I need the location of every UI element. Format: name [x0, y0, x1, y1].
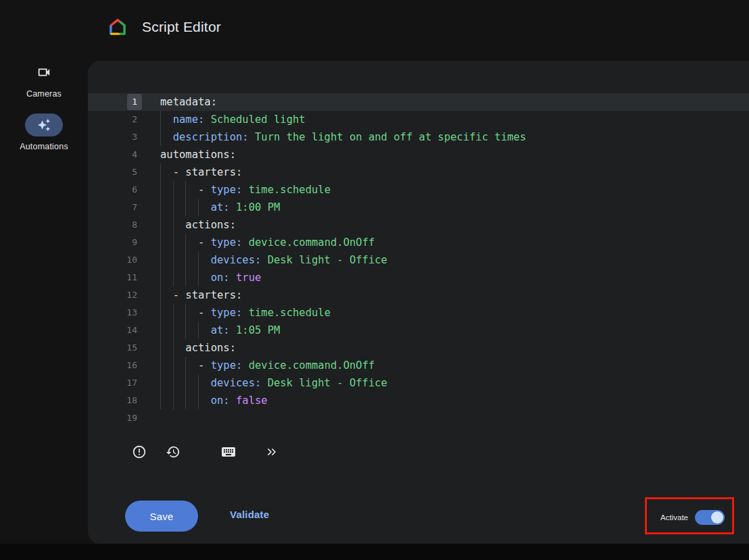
- code-line-text: metadata:: [142, 93, 217, 111]
- code-line-text: [142, 409, 160, 427]
- validate-button[interactable]: Validate: [230, 509, 269, 520]
- code-line[interactable]: 9- type: device.command.OnOff: [88, 234, 749, 251]
- line-number: 2: [88, 111, 142, 128]
- toggle-thumb: [711, 511, 723, 524]
- code-line[interactable]: 10devices: Desk light - Office: [88, 251, 749, 269]
- code-line[interactable]: 12- starters:: [88, 286, 749, 304]
- line-number: 7: [88, 199, 142, 216]
- app-root: Script Editor Cameras Automations 1metad…: [0, 0, 749, 560]
- sidebar-item-automations[interactable]: Automations: [0, 113, 88, 151]
- keyboard-icon[interactable]: [220, 443, 237, 461]
- code-line[interactable]: 8actions:: [88, 216, 749, 234]
- code-line-text: description: Turn the light on and off a…: [142, 128, 526, 146]
- activate-toggle[interactable]: [695, 510, 725, 525]
- code-line[interactable]: 13- type: time.schedule: [88, 304, 749, 322]
- code-line-text: devices: Desk light - Office: [142, 251, 387, 269]
- code-line-text: - type: time.schedule: [142, 181, 331, 199]
- line-number: 13: [88, 304, 142, 322]
- line-number: 10: [88, 251, 142, 269]
- line-number: 17: [88, 374, 142, 392]
- line-number: 18: [88, 392, 142, 409]
- code-line[interactable]: 2name: Scheduled light: [88, 111, 749, 128]
- app-header: Script Editor: [107, 16, 221, 38]
- code-line[interactable]: 17devices: Desk light - Office: [88, 374, 749, 392]
- code-line[interactable]: 19: [88, 409, 749, 427]
- line-number: 12: [88, 286, 142, 304]
- code-line-text: devices: Desk light - Office: [142, 374, 387, 392]
- code-line-text: name: Scheduled light: [142, 111, 306, 128]
- line-number: 11: [88, 269, 142, 286]
- line-number: 15: [88, 339, 142, 357]
- line-number: 5: [88, 163, 142, 181]
- code-line[interactable]: 11on: true: [88, 269, 749, 286]
- code-editor[interactable]: 1metadata:2name: Scheduled light3descrip…: [88, 93, 749, 427]
- history-icon[interactable]: [164, 443, 182, 461]
- code-line-text: at: 1:05 PM: [142, 322, 280, 339]
- line-number: 14: [88, 322, 142, 339]
- code-line-text: - starters:: [142, 163, 242, 181]
- code-line[interactable]: 5- starters:: [88, 163, 749, 181]
- sidebar-item-cameras[interactable]: Cameras: [0, 61, 88, 99]
- code-line-text: on: false: [142, 392, 268, 409]
- more-tools-icon[interactable]: [263, 443, 281, 461]
- code-line[interactable]: 15actions:: [88, 339, 749, 357]
- code-line-text: - type: device.command.OnOff: [142, 234, 374, 251]
- sidebar-item-label: Cameras: [0, 89, 88, 99]
- sidebar-item-label: Automations: [0, 142, 88, 151]
- code-line[interactable]: 4automations:: [88, 146, 749, 163]
- code-line-text: at: 1:00 PM: [142, 199, 280, 216]
- code-line[interactable]: 1metadata:: [88, 93, 749, 111]
- save-button[interactable]: Save: [125, 501, 198, 532]
- problems-icon[interactable]: [130, 443, 148, 461]
- code-line-text: actions:: [142, 216, 236, 234]
- sparkle-icon: [25, 113, 63, 136]
- page-title: Script Editor: [142, 19, 221, 35]
- line-number: 1: [88, 93, 142, 111]
- code-line-text: automations:: [142, 146, 236, 163]
- code-line-text: actions:: [142, 339, 236, 357]
- script-editor-panel: 1metadata:2name: Scheduled light3descrip…: [88, 61, 749, 544]
- bottom-strip: [0, 544, 749, 560]
- code-line-text: - type: device.command.OnOff: [142, 357, 374, 374]
- code-line[interactable]: 16- type: device.command.OnOff: [88, 357, 749, 374]
- code-line-text: - starters:: [142, 286, 242, 304]
- line-number: 3: [88, 128, 142, 146]
- line-number: 8: [88, 216, 142, 234]
- google-home-logo-icon: [107, 16, 128, 38]
- line-number: 19: [88, 409, 142, 427]
- activate-label: Activate: [660, 513, 688, 521]
- code-line[interactable]: 14at: 1:05 PM: [88, 322, 749, 339]
- code-line[interactable]: 6- type: time.schedule: [88, 181, 749, 199]
- code-line-text: - type: time.schedule: [142, 304, 331, 322]
- editor-toolbar: [130, 443, 281, 461]
- activate-group: Activate: [660, 510, 725, 525]
- line-number: 6: [88, 181, 142, 199]
- code-line[interactable]: 18on: false: [88, 392, 749, 409]
- code-line[interactable]: 7at: 1:00 PM: [88, 199, 749, 216]
- line-number: 4: [88, 146, 142, 163]
- code-lines: 1metadata:2name: Scheduled light3descrip…: [88, 93, 749, 427]
- camera-icon: [25, 61, 63, 84]
- sidebar: Cameras Automations: [0, 61, 88, 166]
- line-number: 9: [88, 234, 142, 251]
- line-number: 16: [88, 357, 142, 374]
- code-line[interactable]: 3description: Turn the light on and off …: [88, 128, 749, 146]
- code-line-text: on: true: [142, 269, 261, 286]
